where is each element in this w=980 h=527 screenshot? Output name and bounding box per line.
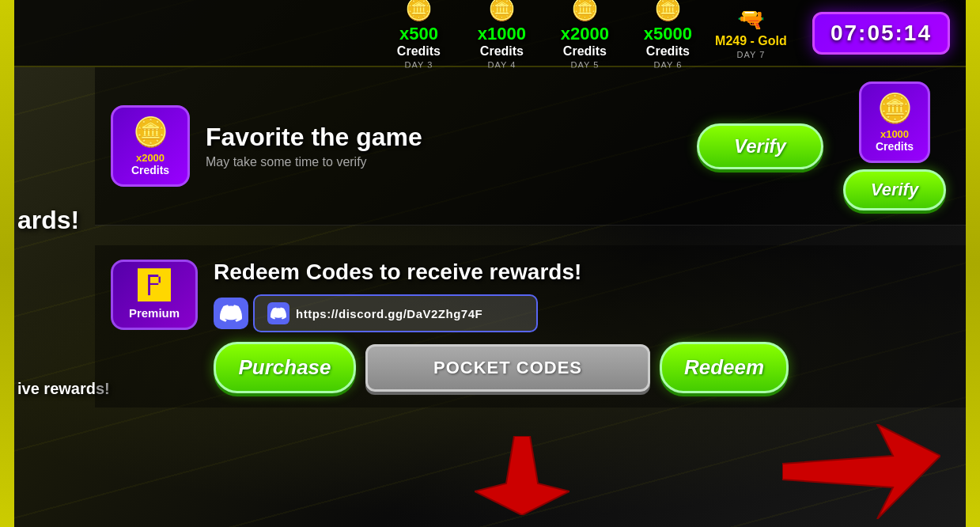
- day-7-reward: 🔫 M249 - Gold DAY 7: [713, 6, 789, 59]
- coin-icon-day5: 🪙: [571, 0, 599, 22]
- day3-label: Credits: [397, 44, 441, 59]
- right-badge-label: Credits: [876, 140, 914, 153]
- day7-label-text: DAY 7: [737, 50, 766, 59]
- day3-amount: x500: [399, 24, 438, 44]
- ards-text-fragment: ards!: [17, 206, 79, 235]
- badge-amount-text: x2000: [136, 152, 165, 164]
- badge-coin-icon: 🪙: [133, 116, 168, 149]
- premium-badge: 🅿 Premium: [111, 260, 198, 330]
- redeem-title-text: Redeem Codes to receive rewards!: [214, 260, 950, 285]
- coin-icon-day6: 🪙: [654, 0, 682, 22]
- coin-icon-day3: 🪙: [405, 0, 433, 22]
- day-5-reward: 🪙 x2000 Credits DAY 5: [547, 0, 622, 70]
- x1000-credits-badge: 🪙 x1000 Credits: [859, 82, 930, 163]
- purchase-button[interactable]: Purchase: [214, 342, 356, 393]
- discord-row: https://discord.gg/DaV2Zhg74F: [214, 294, 950, 332]
- coin-icon-day4: 🪙: [488, 0, 516, 22]
- discord-icon-box: [214, 298, 248, 329]
- discord-logo-small: [267, 302, 289, 324]
- redeem-content: Redeem Codes to receive rewards! https:/…: [214, 260, 950, 393]
- right-badge-amount: x1000: [880, 128, 909, 140]
- discord-url-text: https://discord.gg/DaV2Zhg74F: [296, 307, 482, 320]
- premium-label-text: Premium: [129, 306, 180, 320]
- favorite-title: Favorite the game: [206, 123, 681, 152]
- favorite-subtitle: May take some time to verify: [206, 155, 681, 169]
- badge-coin-icon-right: 🪙: [877, 92, 913, 125]
- verify-button-right[interactable]: Verify: [843, 169, 946, 210]
- left-stripe: [0, 0, 14, 527]
- day6-label: Credits: [646, 44, 690, 59]
- discord-icon: [220, 302, 242, 324]
- day-6-reward: 🪙 x5000 Credits DAY 6: [630, 0, 706, 70]
- actions-row: Purchase POCKET CODES Redeem: [214, 342, 950, 393]
- right-stripe: [966, 0, 980, 527]
- x2000-credits-badge: 🪙 x2000 Credits: [111, 105, 190, 187]
- redeem-button[interactable]: Redeem: [660, 342, 789, 393]
- day7-amount: M249 - Gold: [715, 34, 787, 48]
- day5-amount: x2000: [561, 24, 609, 44]
- discord-logo-icon: [271, 305, 286, 321]
- verify-button-left[interactable]: Verify: [697, 123, 823, 169]
- day6-amount: x5000: [644, 24, 692, 44]
- badge-label-text: Credits: [131, 164, 169, 176]
- countdown-timer: 07:05:14: [812, 12, 950, 55]
- day5-label: Credits: [563, 44, 607, 59]
- day-3-reward: 🪙 x500 Credits DAY 3: [381, 0, 456, 70]
- favorite-section-text: Favorite the game May take some time to …: [206, 123, 681, 169]
- day4-label: Credits: [480, 44, 524, 59]
- pocket-codes-button[interactable]: POCKET CODES: [365, 344, 650, 392]
- day-4-reward: 🪙 x1000 Credits DAY 4: [464, 0, 539, 70]
- daily-rewards-bar: 🪙 x500 Credits DAY 3 🪙 x1000 Credits DAY…: [14, 0, 966, 67]
- premium-icon: 🅿: [138, 270, 171, 303]
- day4-amount: x1000: [478, 24, 526, 44]
- discord-link-box[interactable]: https://discord.gg/DaV2Zhg74F: [253, 294, 538, 332]
